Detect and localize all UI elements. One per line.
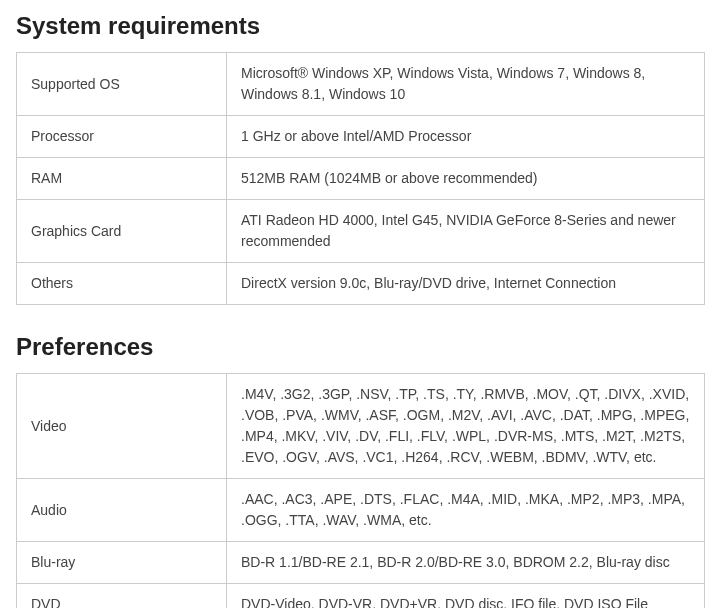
- row-label: Graphics Card: [17, 200, 227, 263]
- system-requirements-table: Supported OS Microsoft® Windows XP, Wind…: [16, 52, 705, 305]
- table-row: Audio .AAC, .AC3, .APE, .DTS, .FLAC, .M4…: [17, 479, 705, 542]
- preferences-section: Preferences Video .M4V, .3G2, .3GP, .NSV…: [16, 333, 705, 608]
- row-value: .AAC, .AC3, .APE, .DTS, .FLAC, .M4A, .MI…: [227, 479, 705, 542]
- row-value: .M4V, .3G2, .3GP, .NSV, .TP, .TS, .TY, .…: [227, 374, 705, 479]
- preferences-table: Video .M4V, .3G2, .3GP, .NSV, .TP, .TS, …: [16, 373, 705, 608]
- row-label: Processor: [17, 116, 227, 158]
- row-value: BD-R 1.1/BD-RE 2.1, BD-R 2.0/BD-RE 3.0, …: [227, 542, 705, 584]
- row-value: ATI Radeon HD 4000, Intel G45, NVIDIA Ge…: [227, 200, 705, 263]
- row-value: 512MB RAM (1024MB or above recommended): [227, 158, 705, 200]
- row-label: Audio: [17, 479, 227, 542]
- row-label: RAM: [17, 158, 227, 200]
- row-label: Video: [17, 374, 227, 479]
- table-row: RAM 512MB RAM (1024MB or above recommend…: [17, 158, 705, 200]
- row-value: Microsoft® Windows XP, Windows Vista, Wi…: [227, 53, 705, 116]
- section-heading: Preferences: [16, 333, 705, 361]
- row-value: DirectX version 9.0c, Blu-ray/DVD drive,…: [227, 263, 705, 305]
- table-row: Others DirectX version 9.0c, Blu-ray/DVD…: [17, 263, 705, 305]
- system-requirements-section: System requirements Supported OS Microso…: [16, 12, 705, 305]
- row-label: Supported OS: [17, 53, 227, 116]
- table-row: Graphics Card ATI Radeon HD 4000, Intel …: [17, 200, 705, 263]
- table-row: Supported OS Microsoft® Windows XP, Wind…: [17, 53, 705, 116]
- row-label: DVD: [17, 584, 227, 609]
- row-label: Others: [17, 263, 227, 305]
- table-row: Video .M4V, .3G2, .3GP, .NSV, .TP, .TS, …: [17, 374, 705, 479]
- table-row: Processor 1 GHz or above Intel/AMD Proce…: [17, 116, 705, 158]
- table-row: DVD DVD-Video, DVD-VR, DVD+VR, DVD disc,…: [17, 584, 705, 609]
- row-value: DVD-Video, DVD-VR, DVD+VR, DVD disc, IFO…: [227, 584, 705, 609]
- row-value: 1 GHz or above Intel/AMD Processor: [227, 116, 705, 158]
- table-row: Blu-ray BD-R 1.1/BD-RE 2.1, BD-R 2.0/BD-…: [17, 542, 705, 584]
- section-heading: System requirements: [16, 12, 705, 40]
- row-label: Blu-ray: [17, 542, 227, 584]
